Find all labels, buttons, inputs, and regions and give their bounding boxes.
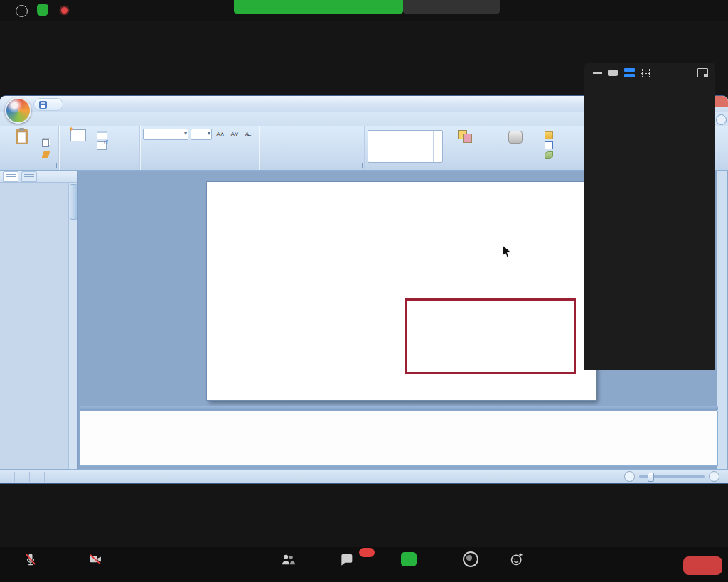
shape-fill-icon bbox=[545, 131, 553, 139]
record-button[interactable] bbox=[449, 551, 492, 569]
share-screen-icon bbox=[401, 552, 417, 566]
view-settings-button[interactable] bbox=[403, 0, 500, 14]
shapes-gallery bbox=[368, 130, 443, 163]
shape-effects-button[interactable] bbox=[545, 151, 556, 159]
video-panel-header bbox=[584, 63, 715, 82]
status-language[interactable] bbox=[30, 472, 45, 482]
reset-button[interactable] bbox=[97, 141, 113, 150]
slide-canvas[interactable] bbox=[207, 182, 596, 400]
camera-off-icon bbox=[87, 551, 103, 567]
zoom-slider-thumb[interactable] bbox=[648, 473, 654, 482]
shape-effects-icon bbox=[545, 151, 553, 159]
shape-fill-button[interactable] bbox=[545, 131, 556, 139]
brush-icon bbox=[41, 151, 50, 158]
share-screen-button[interactable] bbox=[370, 551, 448, 569]
dialog-launcher-icon[interactable] bbox=[51, 163, 57, 168]
notes-placeholder bbox=[80, 411, 717, 419]
clipboard-group bbox=[2, 126, 59, 170]
cut-button[interactable] bbox=[40, 130, 51, 138]
tab-outline-icon[interactable] bbox=[21, 171, 37, 182]
slides-group bbox=[59, 126, 140, 170]
unmute-button[interactable] bbox=[0, 551, 61, 569]
copy-button[interactable] bbox=[40, 139, 51, 149]
big-number bbox=[420, 203, 425, 244]
participants-video-panel bbox=[584, 63, 715, 370]
leave-meeting-button[interactable] bbox=[683, 556, 722, 575]
office-button[interactable] bbox=[5, 97, 31, 124]
dialog-launcher-icon[interactable] bbox=[252, 163, 257, 168]
chat-icon bbox=[339, 551, 353, 567]
strip-view-icon[interactable] bbox=[624, 68, 635, 77]
speaker-view-icon[interactable] bbox=[608, 70, 618, 76]
meeting-info-icon[interactable] bbox=[16, 5, 28, 17]
panel-tabs bbox=[0, 171, 77, 183]
zoom-slider[interactable] bbox=[639, 475, 705, 478]
format-painter-button[interactable] bbox=[40, 151, 51, 161]
zoom-in-button[interactable] bbox=[709, 471, 719, 482]
shapes-scrollbar[interactable] bbox=[433, 131, 442, 162]
recording-dot-icon bbox=[61, 7, 68, 14]
minimize-panel-icon[interactable] bbox=[593, 72, 602, 74]
notes-splitter[interactable] bbox=[80, 406, 718, 410]
record-icon bbox=[463, 551, 478, 567]
participants-icon bbox=[279, 551, 299, 567]
ppt-status-bar bbox=[0, 469, 728, 483]
quick-access-toolbar bbox=[33, 98, 63, 111]
help-icon[interactable] bbox=[716, 114, 727, 125]
new-slide-icon bbox=[70, 129, 86, 141]
viewing-screen-banner bbox=[234, 0, 403, 14]
tab-slides-icon[interactable] bbox=[3, 171, 18, 182]
participants-button[interactable] bbox=[260, 551, 317, 569]
scrollbar-thumb[interactable] bbox=[70, 184, 77, 220]
reactions-button[interactable] bbox=[495, 551, 539, 569]
zoom-out-button[interactable] bbox=[624, 471, 635, 482]
security-shield-icon[interactable] bbox=[37, 4, 48, 16]
zoom-top-bar bbox=[0, 0, 728, 21]
start-video-button[interactable] bbox=[61, 551, 129, 569]
font-group: A˄ A˅ A̶ bbox=[140, 126, 259, 170]
paste-button[interactable] bbox=[5, 129, 38, 161]
zoom-meeting-window: A˄ A˅ A̶ bbox=[0, 0, 728, 582]
thumbnail-list bbox=[0, 183, 68, 469]
zoom-bottom-toolbar bbox=[0, 547, 728, 582]
shrink-font-button[interactable]: A˅ bbox=[228, 130, 240, 139]
status-slide-info bbox=[0, 472, 15, 482]
arrange-button[interactable] bbox=[445, 129, 486, 161]
reactions-icon bbox=[510, 551, 524, 567]
quick-styles-button[interactable] bbox=[488, 129, 542, 161]
microphone-muted-icon bbox=[23, 551, 38, 567]
quick-styles-icon bbox=[508, 131, 523, 144]
mouse-cursor bbox=[502, 244, 512, 262]
shape-outline-button[interactable] bbox=[545, 141, 556, 149]
save-icon[interactable] bbox=[39, 101, 47, 109]
slide-area-scrollbar[interactable] bbox=[717, 171, 727, 469]
grow-font-button[interactable]: A˄ bbox=[214, 130, 226, 139]
reset-icon bbox=[97, 141, 107, 150]
gallery-view-icon[interactable] bbox=[641, 68, 650, 77]
clipboard-icon bbox=[16, 129, 28, 144]
new-slide-button[interactable] bbox=[62, 129, 95, 161]
font-name-select[interactable] bbox=[143, 129, 188, 140]
font-size-select[interactable] bbox=[191, 129, 212, 140]
delete-button[interactable] bbox=[97, 151, 113, 161]
layout-button[interactable] bbox=[97, 130, 113, 139]
drawing-group bbox=[365, 126, 599, 170]
thumbnail-scrollbar[interactable] bbox=[68, 183, 77, 469]
clear-formatting-button[interactable]: A̶ bbox=[243, 130, 252, 139]
slides-thumbnail-panel bbox=[0, 171, 78, 469]
arrange-icon bbox=[458, 130, 473, 143]
shape-outline-icon bbox=[545, 141, 553, 149]
status-theme bbox=[15, 472, 30, 482]
notes-pane[interactable] bbox=[80, 411, 718, 466]
copy-icon bbox=[42, 139, 49, 147]
paragraph-group bbox=[259, 126, 365, 170]
finance-callout-box bbox=[405, 298, 576, 374]
chat-button[interactable] bbox=[326, 551, 367, 569]
dialog-launcher-icon[interactable] bbox=[357, 163, 363, 168]
popout-panel-icon[interactable] bbox=[697, 68, 708, 77]
shapes-grid bbox=[368, 131, 433, 162]
layout-icon bbox=[97, 131, 107, 139]
